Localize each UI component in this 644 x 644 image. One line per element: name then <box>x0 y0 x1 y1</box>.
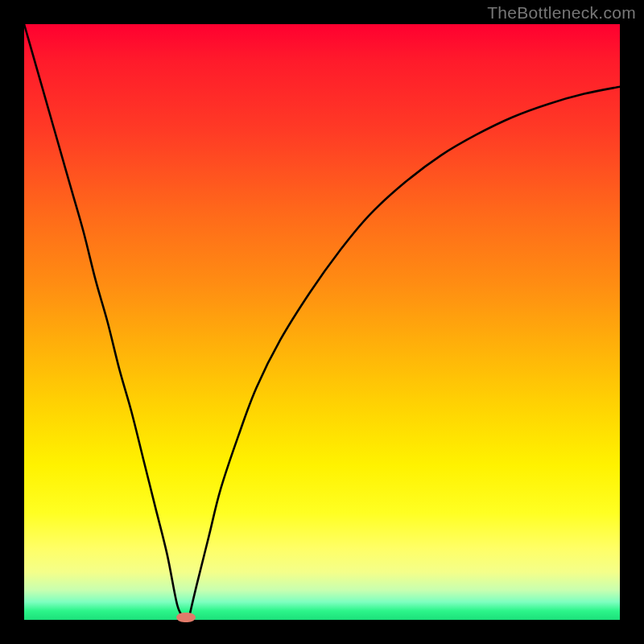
watermark-label: TheBottleneck.com <box>487 3 636 23</box>
curve-layer <box>24 24 620 620</box>
plot-area <box>24 24 620 620</box>
curve-left <box>24 24 184 617</box>
chart-frame: TheBottleneck.com <box>0 0 644 644</box>
curve-right <box>189 87 620 617</box>
min-marker <box>176 613 196 622</box>
